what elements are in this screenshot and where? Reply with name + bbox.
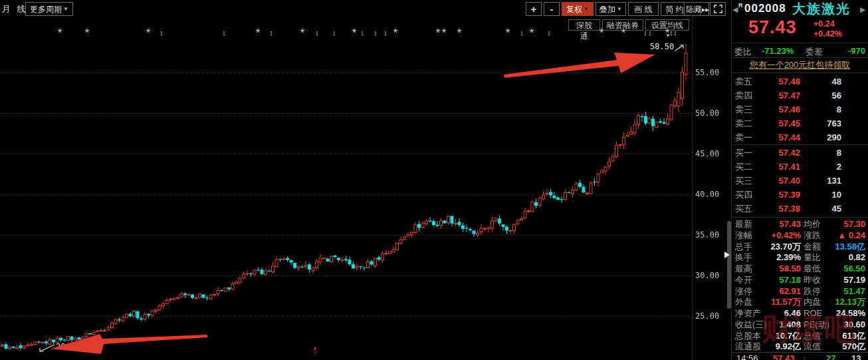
event-dividend-icon[interactable]: * <box>350 27 358 40</box>
event-dividend-icon[interactable]: * <box>504 27 512 40</box>
stat-value: 613亿 <box>842 330 865 341</box>
bid-volume: 131 <box>827 174 841 188</box>
period-tab-month-line[interactable]: 月 线 <box>2 3 28 15</box>
stat-value: +0.42% <box>772 230 801 241</box>
event-dividend-icon[interactable]: * <box>298 27 306 40</box>
event-dividend-icon[interactable]: * <box>83 27 91 40</box>
ask-row-4[interactable]: 卖四57.4756 <box>734 89 867 102</box>
tick-time: 14:56 <box>736 353 758 360</box>
draw-line-button[interactable]: 画 线 <box>628 2 659 16</box>
stat-label: 流值 <box>804 341 821 352</box>
ask-volume: 8 <box>837 102 841 116</box>
ask-price: 57.44 <box>778 130 800 144</box>
bid-row-2[interactable]: 买二57.412 <box>734 160 867 174</box>
stat-value: 56.50 <box>843 263 865 274</box>
event-dividend-icon[interactable]: * <box>619 27 627 40</box>
divider <box>732 217 868 218</box>
stat-row: 外盘11.57万内盘12.13万 <box>734 296 867 307</box>
stat-value: 57.30 <box>843 218 865 230</box>
shenzhen-connect-button[interactable]: 深股通 <box>568 19 600 31</box>
chevron-down-icon: ▼ <box>584 3 589 16</box>
event-announcement-icon[interactable]: ↕ <box>158 29 165 37</box>
bid-volume: 10 <box>832 188 841 202</box>
ask-label: 卖五 <box>735 75 752 89</box>
event-dividend-icon[interactable]: * <box>144 27 152 40</box>
stat-row: 换手2.39%量比0.82 <box>734 252 867 263</box>
zoom-in-button[interactable]: + <box>526 2 542 16</box>
event-announcement-icon[interactable]: ↕ <box>671 29 679 37</box>
stat-label: 流通股 <box>735 341 761 352</box>
bid-row-5[interactable]: 买五57.3845 <box>734 202 867 216</box>
ask-row-5[interactable]: 卖五57.4848 <box>734 75 867 89</box>
event-announcement-icon[interactable]: ↕ <box>646 29 654 37</box>
event-announcement-icon[interactable]: ↕ <box>545 29 553 37</box>
event-dividend-icon[interactable]: * <box>56 27 64 40</box>
stat-value: 62.91 <box>779 285 801 297</box>
stat-value: 30.60 <box>843 319 865 330</box>
event-announcement-icon[interactable]: ↕ <box>267 29 275 37</box>
more-periods-button[interactable]: 更多周期▼ <box>25 2 73 16</box>
event-announcement-icon[interactable]: ↕ <box>518 29 526 37</box>
axis-tick: 35.00 <box>695 230 719 240</box>
bid-row-3[interactable]: 买三57.40131 <box>734 174 867 188</box>
stat-row: 总手23.70万金额13.58亿 <box>734 241 867 252</box>
bid-price: 57.38 <box>778 202 800 216</box>
event-dividend-icon[interactable]: * <box>528 27 536 40</box>
ask-row-2[interactable]: 卖二57.45763 <box>734 116 867 130</box>
axis-tick: 55.00 <box>695 68 719 77</box>
stat-value: 0.82 <box>849 252 865 263</box>
event-announcement-icon[interactable]: ↕ <box>313 29 321 37</box>
axis-tick: 45.00 <box>695 149 719 158</box>
stat-label: 昨收 <box>804 274 821 285</box>
stat-row: 总股本10.7亿总值613亿 <box>734 330 867 341</box>
ask-row-3[interactable]: 卖三57.468 <box>734 102 867 116</box>
ask-row-1[interactable]: 卖一57.44290 <box>734 130 867 144</box>
stat-value: 1.408 <box>779 319 801 330</box>
stat-row: 流通股9.92亿流值570亿 <box>734 341 867 352</box>
ask-volume: 763 <box>827 116 841 130</box>
ask-label: 卖四 <box>735 89 752 102</box>
red-packet-link[interactable]: 您有一个200元红包待领取 <box>732 59 868 71</box>
stat-value: 57.18 <box>779 274 801 285</box>
stat-label: ROE <box>804 307 822 319</box>
stat-value: 12.13万 <box>835 296 865 307</box>
ask-price: 57.46 <box>778 102 800 116</box>
chart-red-mark: ▴ S <box>311 345 319 353</box>
tick-count: 13 <box>851 353 861 360</box>
divider <box>732 73 868 73</box>
next-stock-arrow-icon[interactable]: ▶ <box>860 5 865 14</box>
axis-tick: 40.00 <box>695 190 719 199</box>
panel-collapse-handle-icon[interactable] <box>724 252 730 258</box>
stat-label: 均价 <box>804 218 821 230</box>
event-dividend-icon[interactable]: * <box>597 27 605 40</box>
adjust-price-button[interactable]: 复权▼ <box>562 2 594 16</box>
ask-label: 卖三 <box>735 102 752 116</box>
bid-row-1[interactable]: 买一57.428 <box>734 146 867 160</box>
overlay-button[interactable]: 叠加▼ <box>596 2 626 16</box>
event-dividend-icon[interactable]: * <box>254 27 262 40</box>
weicha-label: 委差 <box>806 46 823 58</box>
price-change-pct: +0.42% <box>814 29 842 39</box>
event-dividend-icon[interactable]: * <box>440 27 448 40</box>
stat-value: 57.19 <box>843 274 865 285</box>
bid-row-4[interactable]: 买四57.3910 <box>734 188 867 202</box>
zoom-out-button[interactable]: - <box>544 2 560 16</box>
axis-divider <box>692 0 693 360</box>
stat-label: 涨幅 <box>735 230 752 241</box>
event-announcement-icon[interactable]: ↕ <box>381 29 389 37</box>
event-announcement-icon[interactable]: ↕ <box>372 29 380 37</box>
event-announcement-icon[interactable]: ↕ <box>330 29 338 37</box>
prev-stock-arrow-icon[interactable]: ◀ <box>732 5 738 14</box>
stat-label: 跌停 <box>804 285 821 297</box>
event-dividend-icon[interactable]: * <box>455 27 463 40</box>
event-announcement-icon[interactable]: ↕ <box>358 29 366 37</box>
divider <box>732 43 868 43</box>
candlestick-chart[interactable] <box>0 0 693 360</box>
stat-value: ▲ 0.24 <box>837 230 865 241</box>
event-announcement-icon[interactable]: ↕ <box>220 29 228 37</box>
stat-value: 9.92亿 <box>776 341 801 352</box>
stat-label: 最高 <box>735 263 752 274</box>
tick-row[interactable]: 14:56 57.43 ↓ 27 13 <box>732 353 868 360</box>
event-dividend-icon[interactable]: * <box>391 27 399 40</box>
last-price: 57.43 <box>748 17 797 38</box>
